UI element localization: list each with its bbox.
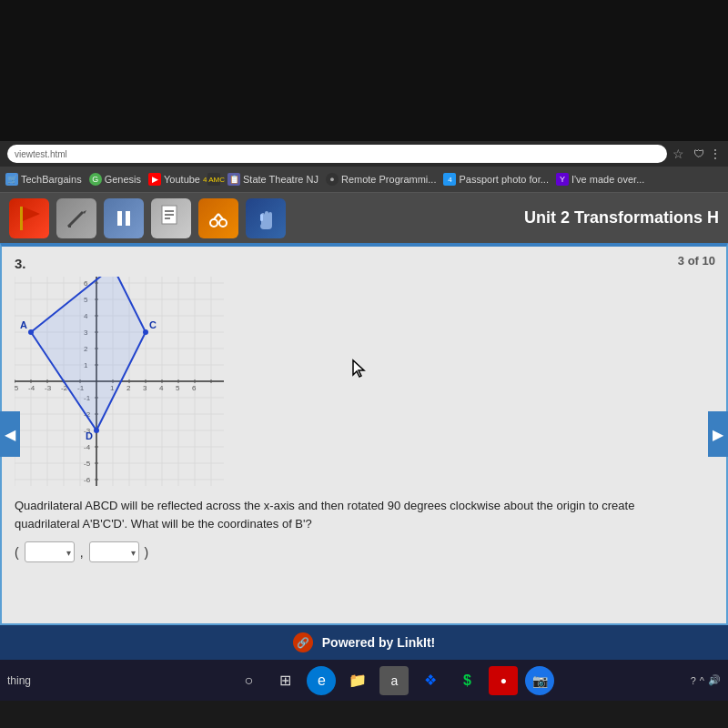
question-number: 3.: [15, 256, 713, 271]
coordinate-plane: [15, 277, 224, 486]
svg-rect-0: [20, 207, 23, 230]
amc-icon: 4 AMC: [207, 173, 220, 186]
nav-next-button[interactable]: ▶: [708, 411, 728, 457]
youtube-icon: ▶: [148, 173, 161, 186]
main-content: 3 of 10 3. Quadrilateral ABCD will be re…: [0, 243, 728, 625]
taskbar-webcam-icon[interactable]: 📷: [525, 666, 554, 695]
bookmark-youtube[interactable]: ▶ Youtube: [148, 173, 200, 186]
toolbar-btn-pencil[interactable]: [56, 198, 96, 238]
question-text: Quadrilateral ABCD will be reflected acr…: [15, 497, 652, 532]
bookmark-remote[interactable]: ● Remote Programmi...: [326, 173, 437, 186]
taskbar-dollar-icon[interactable]: $: [452, 666, 481, 695]
x-coordinate-wrapper: -7 -5 -3 1 3 5 7: [25, 541, 75, 562]
taskbar-store-icon[interactable]: a: [379, 666, 409, 695]
x-coordinate-select[interactable]: -7 -5 -3 1 3 5 7: [25, 541, 75, 562]
bookmark-genesis[interactable]: G Genesis: [89, 173, 141, 186]
main-wrapper: ◀ 3 of 10 3. Quadrilateral ABCD will be …: [0, 243, 728, 625]
taskbar-icons: ○ ⊞ e 📁 a ❖ $ ● 📷: [104, 666, 685, 695]
svg-point-12: [219, 219, 227, 227]
y-coordinate-select[interactable]: -7 -5 -3 1 3 5 7: [89, 541, 139, 562]
taskbar-text: thing: [7, 674, 98, 687]
menu-icon: ⋮: [710, 147, 721, 160]
taskbar-search-icon[interactable]: ○: [234, 666, 263, 695]
techbargains-icon: 🛒: [5, 173, 18, 186]
bookmark-passport[interactable]: 4 Passport photo for...: [443, 173, 548, 186]
taskbar-question-icon: ?: [691, 675, 696, 686]
bookmarks-bar: 🛒 TechBargains G Genesis ▶ Youtube 4 AMC…: [0, 167, 728, 192]
page-indicator: 3 of 10: [678, 254, 715, 268]
content-toolbar: Unit 2 Transformations H: [0, 193, 728, 243]
browser-toolbar: viewtest.html ☆ 🛡 ⋮: [0, 141, 728, 167]
cursor-icon: [351, 359, 368, 379]
nav-prev-button[interactable]: ◀: [0, 411, 20, 457]
remote-icon: ●: [326, 173, 339, 186]
graph-area: [15, 277, 713, 486]
content-area: [242, 277, 713, 486]
yahoo-icon: Y: [556, 173, 569, 186]
extension-icon: 🛡: [693, 147, 704, 160]
taskbar: thing ○ ⊞ e 📁 a ❖ $ ● 📷 ? ^ 🔊: [0, 660, 728, 701]
svg-line-13: [214, 214, 218, 219]
y-coordinate-wrapper: -7 -5 -3 1 3 5 7: [89, 541, 139, 562]
bookmark-techbargains[interactable]: 🛒 TechBargains: [5, 173, 82, 186]
toolbar-title: Unit 2 Transformations H: [524, 208, 719, 228]
bookmark-yahoo[interactable]: Y I've made over...: [556, 173, 644, 186]
svg-rect-6: [126, 211, 130, 226]
bottom-bar-label: Powered by LinkIt!: [322, 635, 435, 650]
taskbar-dropbox-icon[interactable]: ❖: [416, 666, 445, 695]
genesis-icon: G: [89, 173, 102, 186]
taskbar-app-icon[interactable]: ●: [489, 666, 518, 695]
svg-line-2: [68, 212, 83, 227]
answer-row: ( -7 -5 -3 1 3 5 7 , -7 -5: [15, 541, 713, 562]
browser-chrome: viewtest.html ☆ 🛡 ⋮ 🛒 TechBargains G Gen…: [0, 141, 728, 193]
toolbar-btn-scissors[interactable]: [198, 198, 238, 238]
bookmark-statetheatre[interactable]: 📋 State Theatre NJ: [228, 173, 318, 186]
linkit-icon: 🔗: [293, 632, 313, 652]
svg-rect-5: [117, 211, 122, 226]
taskbar-right: ? ^ 🔊: [691, 674, 721, 686]
passport-icon: 4: [443, 173, 456, 186]
taskbar-caret-icon: ^: [700, 675, 704, 686]
svg-line-14: [218, 214, 223, 219]
answer-comma: ,: [80, 545, 84, 560]
laptop-bezel: [0, 0, 728, 141]
star-icon: ☆: [672, 147, 684, 161]
toolbar-btn-document[interactable]: [151, 198, 191, 238]
url-bar[interactable]: viewtest.html: [7, 145, 667, 163]
answer-close-paren: ): [145, 545, 149, 560]
answer-open-paren: (: [15, 545, 19, 560]
toolbar-btn-hand[interactable]: [246, 198, 286, 238]
taskbar-edge-icon[interactable]: e: [307, 666, 336, 695]
taskbar-folder-icon[interactable]: 📁: [343, 666, 372, 695]
toolbar-btn-pause[interactable]: [104, 198, 144, 238]
statetheatre-icon: 📋: [228, 173, 240, 186]
bookmark-amc[interactable]: 4 AMC: [207, 173, 220, 186]
taskbar-speaker-icon: 🔊: [708, 674, 721, 686]
svg-marker-1: [23, 207, 40, 221]
taskbar-cortana-icon[interactable]: ⊞: [270, 666, 299, 695]
bottom-bar: 🔗 Powered by LinkIt!: [0, 625, 728, 660]
svg-rect-15: [260, 214, 263, 221]
toolbar-btn-flag[interactable]: [9, 198, 49, 238]
svg-marker-16: [353, 360, 364, 377]
svg-point-11: [210, 219, 217, 227]
